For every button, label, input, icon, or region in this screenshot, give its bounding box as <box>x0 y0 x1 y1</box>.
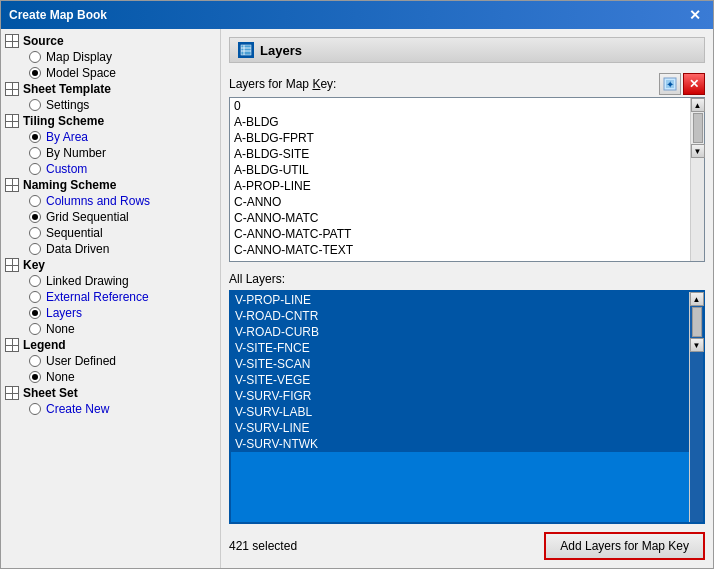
data-driven-radio[interactable] <box>29 243 41 255</box>
none-key-label: None <box>46 322 75 336</box>
sidebar-item-sequential[interactable]: Sequential <box>1 225 220 241</box>
main-window: Create Map Book ✕ Source Map Display Mod… <box>0 0 714 569</box>
sidebar-item-none-key[interactable]: None <box>1 321 220 337</box>
list-item[interactable]: V-SURV-FIGR <box>231 388 689 404</box>
list-item[interactable]: C-ANNO-MATC-TEXT <box>230 242 690 258</box>
list-item[interactable]: V-ROAD-CNTR <box>231 308 689 324</box>
by-number-radio[interactable] <box>29 147 41 159</box>
scrollbar-up-btn[interactable]: ▲ <box>691 98 705 112</box>
list-item[interactable]: A-BLDG <box>230 114 690 130</box>
all-layers-scrollbar-up[interactable]: ▲ <box>690 292 704 306</box>
sidebar-item-by-area[interactable]: By Area <box>1 129 220 145</box>
sidebar-item-tiling-scheme[interactable]: Tiling Scheme <box>1 113 220 129</box>
data-driven-label: Data Driven <box>46 242 109 256</box>
all-layers-scrollbar[interactable]: ▲ ▼ <box>689 292 703 522</box>
sidebar-item-layers[interactable]: Layers <box>1 305 220 321</box>
sequential-label: Sequential <box>46 226 103 240</box>
linked-drawing-label: Linked Drawing <box>46 274 129 288</box>
scrollbar-down-btn[interactable]: ▼ <box>691 144 705 158</box>
list-item[interactable]: C-ANNO <box>230 194 690 210</box>
sheet-set-label: Sheet Set <box>23 386 78 400</box>
scrollbar-thumb[interactable] <box>693 113 703 143</box>
sidebar-item-sheet-template[interactable]: Sheet Template <box>1 81 220 97</box>
sequential-radio[interactable] <box>29 227 41 239</box>
create-new-label: Create New <box>46 402 109 416</box>
list-item[interactable]: 0 <box>230 98 690 114</box>
list-item[interactable]: V-SITE-SCAN <box>231 356 689 372</box>
model-space-radio[interactable] <box>29 67 41 79</box>
close-button[interactable]: ✕ <box>685 5 705 25</box>
sidebar-item-columns-rows[interactable]: Columns and Rows <box>1 193 220 209</box>
model-space-label: Model Space <box>46 66 116 80</box>
list-item[interactable]: V-SURV-LABL <box>231 404 689 420</box>
settings-radio[interactable] <box>29 99 41 111</box>
list-item[interactable]: A-PROP-LINE <box>230 178 690 194</box>
list-item[interactable]: C-ANNO-MATC <box>230 210 690 226</box>
list-item[interactable]: V-SITE-FNCE <box>231 340 689 356</box>
add-layers-button[interactable]: Add Layers for Map Key <box>544 532 705 560</box>
sidebar-item-grid-sequential[interactable]: Grid Sequential <box>1 209 220 225</box>
all-layers-list[interactable]: V-PROP-LINE V-ROAD-CNTR V-ROAD-CURB V-SI… <box>231 292 689 522</box>
all-layers-scrollbar-down[interactable]: ▼ <box>690 338 704 352</box>
layers-dialog-icon <box>238 42 254 58</box>
map-display-radio[interactable] <box>29 51 41 63</box>
list-item[interactable]: A-BLDG-FPRT <box>230 130 690 146</box>
user-defined-radio[interactable] <box>29 355 41 367</box>
sidebar-item-naming-scheme[interactable]: Naming Scheme <box>1 177 220 193</box>
sidebar-item-legend[interactable]: Legend <box>1 337 220 353</box>
linked-drawing-radio[interactable] <box>29 275 41 287</box>
list-item[interactable]: A-BLDG-SITE <box>230 146 690 162</box>
sidebar-item-external-reference[interactable]: External Reference <box>1 289 220 305</box>
sheet-template-label: Sheet Template <box>23 82 111 96</box>
sidebar-item-key[interactable]: Key <box>1 257 220 273</box>
none-legend-radio[interactable] <box>29 371 41 383</box>
list-item[interactable]: A-BLDG-UTIL <box>230 162 690 178</box>
dialog-title-text: Layers <box>260 43 302 58</box>
right-panel: Layers Layers for Map Key: ✦ ✕ <box>221 29 713 568</box>
sidebar-item-model-space[interactable]: Model Space <box>1 65 220 81</box>
map-key-label: Layers for Map Key: <box>229 77 336 91</box>
sidebar-item-none-legend[interactable]: None <box>1 369 220 385</box>
sidebar-item-user-defined[interactable]: User Defined <box>1 353 220 369</box>
naming-scheme-icon <box>5 178 19 192</box>
settings-label: Settings <box>46 98 89 112</box>
sidebar-item-custom[interactable]: Custom <box>1 161 220 177</box>
list-item[interactable]: V-PROP-LINE <box>231 292 689 308</box>
sidebar-item-linked-drawing[interactable]: Linked Drawing <box>1 273 220 289</box>
title-bar: Create Map Book ✕ <box>1 1 713 29</box>
list-item[interactable]: V-SITE-VEGE <box>231 372 689 388</box>
list-item[interactable]: V-SURV-LINE <box>231 420 689 436</box>
map-key-add-icon-btn[interactable]: ✦ <box>659 73 681 95</box>
grid-sequential-radio[interactable] <box>29 211 41 223</box>
sidebar-item-settings[interactable]: Settings <box>1 97 220 113</box>
custom-label: Custom <box>46 162 87 176</box>
key-label: Key <box>23 258 45 272</box>
sidebar-item-data-driven[interactable]: Data Driven <box>1 241 220 257</box>
sheet-template-icon <box>5 82 19 96</box>
columns-rows-radio[interactable] <box>29 195 41 207</box>
list-item[interactable]: V-SURV-NTWK <box>231 436 689 452</box>
none-key-radio[interactable] <box>29 323 41 335</box>
by-area-radio[interactable] <box>29 131 41 143</box>
create-new-radio[interactable] <box>29 403 41 415</box>
list-item[interactable]: V-ROAD-CURB <box>231 324 689 340</box>
user-defined-label: User Defined <box>46 354 116 368</box>
naming-scheme-label: Naming Scheme <box>23 178 116 192</box>
map-key-list[interactable]: 0 A-BLDG A-BLDG-FPRT A-BLDG-SITE A-BLDG-… <box>230 98 690 261</box>
sidebar-item-create-new[interactable]: Create New <box>1 401 220 417</box>
legend-icon <box>5 338 19 352</box>
left-panel: Source Map Display Model Space Sheet Tem… <box>1 29 221 568</box>
all-layers-scrollbar-thumb[interactable] <box>692 307 702 337</box>
map-key-remove-btn[interactable]: ✕ <box>683 73 705 95</box>
custom-radio[interactable] <box>29 163 41 175</box>
svg-rect-0 <box>241 45 251 55</box>
by-number-label: By Number <box>46 146 106 160</box>
sidebar-item-sheet-set[interactable]: Sheet Set <box>1 385 220 401</box>
sidebar-item-map-display[interactable]: Map Display <box>1 49 220 65</box>
external-reference-radio[interactable] <box>29 291 41 303</box>
layers-radio[interactable] <box>29 307 41 319</box>
list-item[interactable]: C-ANNO-MATC-PATT <box>230 226 690 242</box>
sidebar-item-source[interactable]: Source <box>1 33 220 49</box>
sidebar-item-by-number[interactable]: By Number <box>1 145 220 161</box>
map-key-scrollbar[interactable]: ▲ ▼ <box>690 98 704 261</box>
